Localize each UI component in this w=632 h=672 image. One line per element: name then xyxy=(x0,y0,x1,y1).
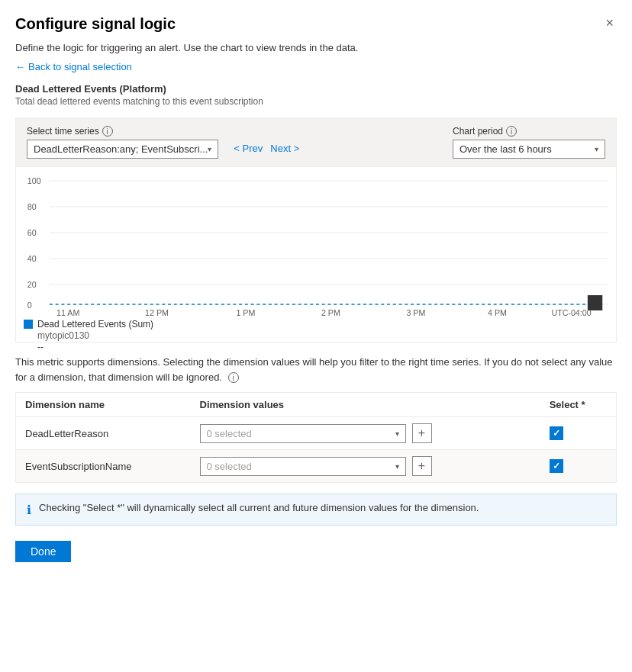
svg-text:20: 20 xyxy=(27,280,37,289)
time-series-dropdown[interactable]: DeadLetterReason:any; EventSubscri... ▾ xyxy=(27,140,218,159)
svg-text:11 AM: 11 AM xyxy=(56,308,79,316)
back-link-label: Back to signal selection xyxy=(28,61,132,72)
signal-name: Dead Lettered Events (Platform) xyxy=(15,83,617,95)
time-series-label: Select time series i xyxy=(27,126,218,137)
table-header-row: Dimension name Dimension values Select * xyxy=(16,393,617,417)
controls-bar: Select time series i DeadLetterReason:an… xyxy=(15,117,617,167)
select-star-checkbox[interactable] xyxy=(550,459,563,473)
legend-value: -- xyxy=(37,342,44,352)
info-banner-text: Checking "Select *" will dynamically sel… xyxy=(39,502,479,513)
description-text: Define the logic for triggering an alert… xyxy=(15,42,617,53)
col-select: Select * xyxy=(540,393,617,417)
chart-svg: 100 80 60 40 20 0 11 AM 12 PM xyxy=(24,175,608,316)
legend-sub-item: mytopic0130 xyxy=(24,330,608,341)
svg-text:60: 60 xyxy=(27,228,37,237)
dim-name-cell: DeadLetterReason xyxy=(16,417,191,450)
dim-select-cell xyxy=(540,450,617,483)
time-series-value: DeadLetterReason:any; EventSubscri... xyxy=(34,143,208,155)
col-dimension-name: Dimension name xyxy=(16,393,191,417)
chart-period-group: Chart period i Over the last 6 hours ▾ xyxy=(453,126,605,159)
svg-text:12 PM: 12 PM xyxy=(145,308,169,316)
legend-item: Dead Lettered Events (Sum) xyxy=(24,319,608,330)
info-banner-icon: ℹ xyxy=(27,503,31,517)
add-dimension-button[interactable]: + xyxy=(412,456,432,476)
chevron-down-icon: ▾ xyxy=(595,145,598,153)
legend-name: Dead Lettered Events (Sum) xyxy=(37,319,153,330)
dialog-title: Configure signal logic xyxy=(15,15,176,33)
time-series-info-icon[interactable]: i xyxy=(102,126,113,137)
dim-values-dropdown[interactable]: 0 selected ▾ xyxy=(200,457,406,476)
svg-text:3 PM: 3 PM xyxy=(406,308,425,316)
configure-signal-dialog: Configure signal logic × Define the logi… xyxy=(0,0,632,672)
select-star-checkbox[interactable] xyxy=(550,426,563,440)
svg-text:40: 40 xyxy=(27,254,37,263)
chart-period-value: Over the last 6 hours xyxy=(459,143,552,155)
dimensions-info: This metric supports dimensions. Selecti… xyxy=(15,355,617,384)
legend-sub: mytopic0130 xyxy=(37,330,89,341)
next-button[interactable]: Next > xyxy=(267,143,302,154)
dimensions-table: Dimension name Dimension values Select *… xyxy=(15,392,617,483)
done-button[interactable]: Done xyxy=(15,541,71,562)
chart-period-info-icon[interactable]: i xyxy=(506,126,517,137)
back-arrow-icon: ← xyxy=(15,61,25,72)
svg-text:UTC-04:00: UTC-04:00 xyxy=(551,308,591,316)
dialog-header: Configure signal logic × xyxy=(15,15,617,33)
col-dimension-values: Dimension values xyxy=(191,393,540,417)
time-series-group: Select time series i DeadLetterReason:an… xyxy=(27,126,218,159)
add-dimension-button[interactable]: + xyxy=(412,423,432,443)
prev-button[interactable]: < Prev xyxy=(231,143,266,154)
chart-legend: Dead Lettered Events (Sum) mytopic0130 -… xyxy=(24,319,608,352)
prev-next-group: < Prev Next > xyxy=(231,143,302,154)
footer: Done xyxy=(15,541,617,562)
back-to-signal-link[interactable]: ← Back to signal selection xyxy=(15,61,132,72)
svg-text:4 PM: 4 PM xyxy=(488,308,507,316)
dim-name-cell: EventSubscriptionName xyxy=(16,450,191,483)
table-row: DeadLetterReason 0 selected ▾ + xyxy=(16,417,617,450)
chevron-down-icon: ▾ xyxy=(208,145,211,153)
chart-period-label: Chart period i xyxy=(453,126,605,137)
svg-text:0: 0 xyxy=(27,301,32,310)
table-row: EventSubscriptionName 0 selected ▾ + xyxy=(16,450,617,483)
signal-description: Total dead lettered events matching to t… xyxy=(15,96,617,107)
dim-placeholder: 0 selected xyxy=(207,461,252,472)
info-banner: ℹ Checking "Select *" will dynamically s… xyxy=(15,494,617,526)
svg-text:80: 80 xyxy=(27,202,37,211)
dim-values-dropdown[interactable]: 0 selected ▾ xyxy=(200,424,406,443)
chart-area: 100 80 60 40 20 0 11 AM 12 PM xyxy=(15,167,617,342)
chevron-down-icon: ▾ xyxy=(395,462,399,471)
dimensions-info-icon[interactable]: i xyxy=(228,372,239,383)
dim-values-cell: 0 selected ▾ + xyxy=(191,450,540,483)
svg-text:1 PM: 1 PM xyxy=(236,308,255,316)
chevron-down-icon: ▾ xyxy=(395,429,399,438)
dimensions-section: This metric supports dimensions. Selecti… xyxy=(15,355,617,526)
legend-value-item: -- xyxy=(24,342,608,352)
controls-row: Select time series i DeadLetterReason:an… xyxy=(27,126,605,159)
chart-period-dropdown[interactable]: Over the last 6 hours ▾ xyxy=(453,140,605,159)
dim-values-cell: 0 selected ▾ + xyxy=(191,417,540,450)
svg-text:100: 100 xyxy=(27,176,41,185)
dim-select-cell xyxy=(540,417,617,450)
svg-text:2 PM: 2 PM xyxy=(321,308,340,316)
dim-placeholder: 0 selected xyxy=(207,428,252,439)
legend-color xyxy=(24,320,33,329)
close-button[interactable]: × xyxy=(602,15,617,31)
